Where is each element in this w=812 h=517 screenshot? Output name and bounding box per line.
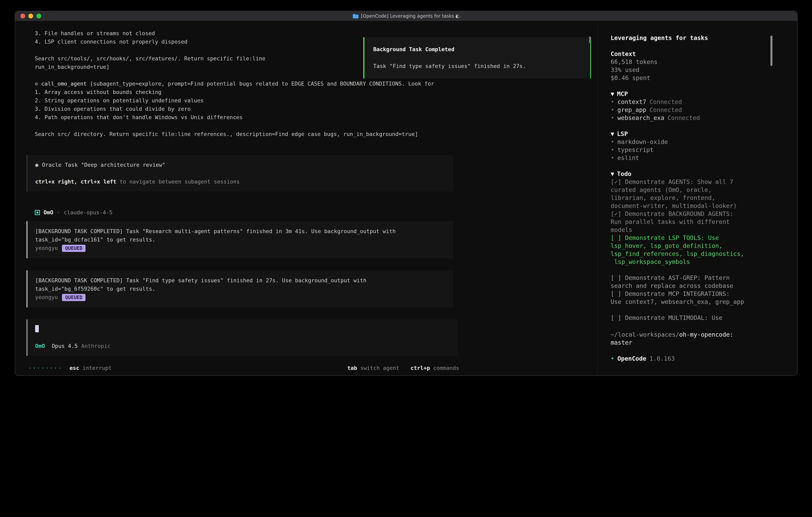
toast-body: Task "Find type safety issues" finished … <box>373 62 581 71</box>
esc-key-hint: esc <box>69 364 79 372</box>
context-used: 33% used <box>611 66 758 74</box>
message-line: [BACKGROUND TASK COMPLETED] Task "Find t… <box>35 276 445 285</box>
oracle-task-title: ◉Oracle Task "Deep architecture review" <box>35 161 445 169</box>
todo-item: [✓] Demonstrate BACKGROUND AGENTS: Run p… <box>611 210 758 234</box>
mcp-status: Connected <box>668 114 700 122</box>
bullet-icon: • <box>611 355 614 363</box>
chevron-down-icon: ▼ <box>611 170 614 178</box>
context-header: Context <box>611 50 758 58</box>
zoom-button[interactable] <box>36 13 41 19</box>
hint-text: to navigate between subagent sessions <box>119 178 239 186</box>
bullet-icon: • <box>611 138 614 146</box>
todo-item: [ ] Demonstrate MCP INTEGRATIONS: Use co… <box>611 290 758 306</box>
agent-omo-icon <box>35 210 40 215</box>
mcp-item-context7: •context7Connected <box>611 98 758 106</box>
minimize-button[interactable] <box>28 13 33 19</box>
terminal-line: 1. Array access without bounds checking <box>26 88 598 97</box>
mcp-status: Connected <box>649 106 682 114</box>
hint-label: interrupt <box>83 364 112 372</box>
hint-label: commands <box>433 364 459 372</box>
subagent-navigation-hint: ctrl+x right, ctrl+x leftto navigate bet… <box>35 178 445 186</box>
tool-call-command: call_omo_agent <box>41 80 87 88</box>
terminal-line: 3. Division operations that could divide… <box>26 105 598 113</box>
hint-label: switch agent <box>360 364 399 372</box>
lsp-name: markdown-oxide <box>617 138 668 146</box>
workspace-repo: oh-my-opencode: <box>679 331 733 338</box>
message-user: yeongyu <box>35 244 58 252</box>
close-button[interactable] <box>20 13 25 19</box>
status-bar-right: tabswitch agent ctrl+pcommands <box>347 364 459 372</box>
mcp-status: Connected <box>649 98 682 106</box>
sidebar-scrollbar-thumb[interactable] <box>771 35 773 66</box>
todo-header[interactable]: ▼Todo <box>611 170 758 178</box>
mcp-section: ▼MCP •context7Connected •grep_appConnect… <box>611 90 758 122</box>
bullet-icon: • <box>611 98 614 106</box>
agent-name: OmO <box>44 208 53 217</box>
session-title: Leveraging agents for tasks <box>611 34 797 42</box>
background-task-message: [BACKGROUND TASK COMPLETED] Task "Resear… <box>26 221 453 258</box>
prompt-input[interactable]: OmO Opus 4.5 Anthropic <box>26 320 458 356</box>
todo-item: [✓] Demonstrate AGENTS: Show all 7 curat… <box>611 178 758 210</box>
text-cursor <box>35 325 39 332</box>
terminal-line: 4. Path operations that don't handle Win… <box>26 113 598 121</box>
agent-session-header: OmO · claude-opus-4-5 <box>26 208 598 217</box>
app-name: OpenCode <box>617 355 646 363</box>
lsp-item-eslint: •eslint <box>611 154 758 162</box>
hint-keys: ctrl+x right, ctrl+x left <box>35 178 116 186</box>
context-section: Context 66,518 tokens 33% used $0.46 spe… <box>611 50 758 82</box>
window-body: 3. File handles or streams not closed 4.… <box>15 21 797 376</box>
workspace-branch: master <box>611 339 758 347</box>
lsp-name: typescript <box>617 146 654 154</box>
todo-header-label: Todo <box>617 170 631 178</box>
prompt-status-line: OmO Opus 4.5 Anthropic <box>35 342 451 350</box>
lsp-section: ▼LSP •markdown-oxide •typescript •eslint <box>611 130 758 162</box>
mcp-item-websearch-exa: •websearch_exaConnected <box>611 114 758 122</box>
mcp-item-grep-app: •grep_appConnected <box>611 106 758 114</box>
lsp-name: eslint <box>617 154 639 162</box>
bullet-icon: • <box>611 146 614 154</box>
todo-item-active: [ ] Demonstrate LSP TOOLS: Use lsp_hover… <box>611 234 758 266</box>
lsp-header[interactable]: ▼LSP <box>611 130 758 138</box>
blank-line <box>35 169 445 178</box>
app-version: 1.0.163 <box>649 355 675 363</box>
separator-dot: · <box>57 208 60 217</box>
workspace-path-dim: ~/local-workspaces/ <box>611 331 679 338</box>
prompt-cursor-row <box>35 325 451 333</box>
record-icon: ◉ <box>35 161 38 169</box>
activity-dots-icon: ········ <box>28 364 62 372</box>
bullet-icon: • <box>611 154 614 162</box>
mcp-header[interactable]: ▼MCP <box>611 90 758 98</box>
context-header-label: Context <box>611 50 636 58</box>
terminal-line: 3. File handles or streams not closed <box>26 29 598 37</box>
terminal-line: Search src/ directory. Return specific f… <box>26 130 598 138</box>
workspace-path: ~/local-workspaces/oh-my-opencode: <box>611 331 758 339</box>
message-user: yeongyu <box>35 293 58 301</box>
switch-agent-hint: tabswitch agent <box>347 364 399 372</box>
toast-title: Background Task Completed <box>373 45 581 54</box>
window-title: [OpenCode] Leveraging agents for tasks ◐ <box>353 13 459 19</box>
oracle-task-panel: ◉Oracle Task "Deep architecture review" … <box>26 155 453 192</box>
agent-omo-icon-inner <box>36 212 38 214</box>
status-bar: ········ escinterrupt tabswitch agent ct… <box>28 364 459 372</box>
folder-icon <box>353 14 358 18</box>
terminal-blank-line <box>26 121 598 130</box>
active-provider: Anthropic <box>81 342 111 350</box>
chevron-down-icon: ▼ <box>611 90 614 98</box>
session-sidebar: Leveraging agents for tasks Context 66,5… <box>598 21 797 376</box>
mcp-header-label: MCP <box>617 90 628 98</box>
todo-item: [ ] Demonstrate AST-GREP: Pattern search… <box>611 274 758 290</box>
blank-line <box>35 333 451 342</box>
context-spent: $0.46 spent <box>611 74 758 82</box>
window-title-text: [OpenCode] Leveraging agents for tasks ◐ <box>361 13 459 19</box>
version-line: • OpenCode 1.0.163 <box>611 355 797 363</box>
oracle-task-title-text: Oracle Task "Deep architecture review" <box>42 161 166 169</box>
chevron-down-icon: ▼ <box>611 130 614 138</box>
window-titlebar[interactable]: [OpenCode] Leveraging agents for tasks ◐ <box>15 11 797 21</box>
message-meta: yeongyuQUEUED <box>35 293 445 301</box>
mcp-name: websearch_exa <box>617 114 664 122</box>
message-meta: yeongyuQUEUED <box>35 244 445 252</box>
active-model: Opus 4.5 <box>52 342 78 350</box>
lsp-item-markdown-oxide: •markdown-oxide <box>611 138 758 146</box>
terminal-scrollbar-thumb[interactable] <box>589 36 590 43</box>
todo-section: ▼Todo [✓] Demonstrate AGENTS: Show all 7… <box>611 170 758 322</box>
